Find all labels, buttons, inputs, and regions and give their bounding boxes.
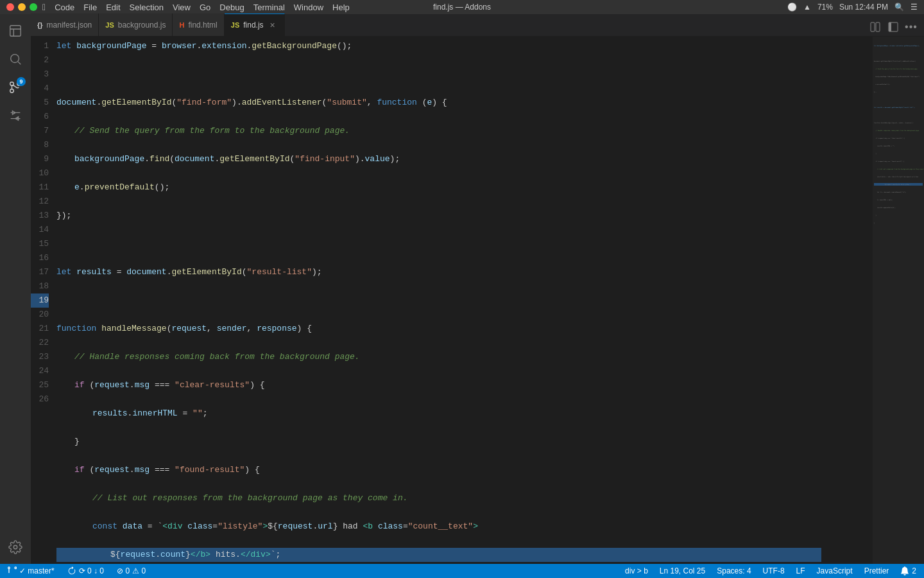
svg-point-1 — [11, 55, 19, 63]
svg-rect-7 — [876, 22, 880, 31]
svg-rect-0 — [10, 26, 21, 37]
activity-icon-source-control[interactable]: 9 — [4, 76, 27, 99]
tab-icon-findjs: JS — [231, 21, 239, 29]
menu-edit[interactable]: Edit — [106, 3, 120, 12]
error-count[interactable]: ⊘ 0 ⚠ 0 — [114, 566, 148, 575]
menu-selection[interactable]: Selection — [130, 3, 164, 12]
code-line-11: function handleMessage(request, sender, … — [56, 322, 821, 336]
activity-icon-explorer[interactable] — [4, 19, 27, 42]
code-line-1: let backgroundPage = browser.extension.g… — [56, 39, 821, 53]
code-line-2 — [56, 67, 821, 82]
menu-help[interactable]: Help — [332, 3, 350, 12]
code-line-18: const data = `<div class="listyle">${req… — [56, 520, 821, 534]
code-line-3: document.getElementById("find-form").add… — [56, 96, 821, 110]
activity-icon-extensions[interactable] — [4, 104, 27, 127]
menu-debug[interactable]: Debug — [219, 3, 244, 12]
window-title: find.js — Addons — [433, 3, 491, 12]
code-line-14: results.innerHTML = ""; — [56, 407, 821, 421]
git-branch[interactable]: ✓ master* — [5, 566, 57, 575]
tab-icon-manifest: {} — [37, 21, 43, 29]
svg-rect-6 — [871, 22, 875, 31]
activity-icon-settings[interactable] — [4, 536, 27, 559]
notification-bell[interactable]: 2 — [898, 566, 919, 575]
tab-findhtml[interactable]: H find.html — [173, 13, 224, 36]
cursor-context-label: div > b — [625, 566, 648, 575]
encoding[interactable]: UTF-8 — [760, 566, 787, 575]
cursor-position-label: Ln 19, Col 25 — [660, 566, 705, 575]
svg-point-3 — [10, 89, 14, 93]
cursor-context[interactable]: div > b — [622, 566, 651, 575]
wifi-icon: ▲ — [803, 3, 811, 12]
language-label: JavaScript — [817, 566, 853, 575]
split-editor-button[interactable] — [868, 19, 883, 35]
status-bar: ✓ master* ⟳ 0 ↓ 0 ⊘ 0 ⚠ 0 div > b Ln 19,… — [0, 564, 924, 578]
tab-bar-actions: ••• — [868, 19, 924, 36]
menu-code[interactable]: Code — [55, 3, 74, 12]
sync-label: ⟳ 0 ↓ 0 — [79, 566, 104, 575]
code-line-7: }); — [56, 209, 821, 223]
warning-icon: ⚠ 0 — [132, 566, 146, 575]
title-bar:  Code File Edit Selection View Go Debug… — [0, 0, 924, 14]
code-line-12: // Handle responses coming back from the… — [56, 350, 821, 364]
code-content[interactable]: let backgroundPage = browser.extension.g… — [56, 37, 873, 564]
editor-area: 1 2 3 4 5 6 7 8 9 10 11 12 13 14 15 16 1… — [0, 37, 924, 564]
title-bar-left:  Code File Edit Selection View Go Debug… — [6, 2, 350, 12]
battery-label: 71% — [817, 3, 833, 12]
status-bar-left: ✓ master* ⟳ 0 ↓ 0 ⊘ 0 ⚠ 0 — [5, 566, 148, 575]
notifications-icon[interactable]: ☰ — [911, 3, 918, 12]
line-numbers: 1 2 3 4 5 6 7 8 9 10 11 12 13 14 15 16 1… — [31, 37, 56, 564]
code-line-5: backgroundPage.find(document.getElementB… — [56, 152, 821, 166]
menu-bar:  Code File Edit Selection View Go Debug… — [42, 2, 350, 12]
tab-background[interactable]: JS background.js — [99, 13, 173, 36]
code-line-8 — [56, 237, 821, 251]
tab-findjs[interactable]: JS find.js × — [225, 13, 285, 36]
encoding-label: UTF-8 — [763, 566, 785, 575]
eol[interactable]: LF — [794, 566, 808, 575]
code-line-13: if (request.msg === "clear-results") { — [56, 378, 821, 392]
maximize-button[interactable] — [30, 3, 37, 11]
activity-icon-search[interactable] — [4, 48, 27, 71]
notification-count: 2 — [912, 566, 916, 575]
indentation[interactable]: Spaces: 4 — [714, 566, 753, 575]
code-line-16: if (request.msg === "found-result") { — [56, 463, 821, 477]
minimap[interactable]: let backgroundPage = browser.extension.g… — [873, 37, 924, 564]
branch-name: ✓ master* — [19, 566, 55, 575]
tab-bar: {} manifest.json JS background.js H find… — [0, 14, 924, 37]
minimize-button[interactable] — [18, 3, 26, 11]
code-line-15: } — [56, 435, 821, 449]
code-line-4: // Send the query from the form to the b… — [56, 124, 821, 138]
tab-manifest[interactable]: {} manifest.json — [31, 13, 99, 36]
code-editor[interactable]: 1 2 3 4 5 6 7 8 9 10 11 12 13 14 15 16 1… — [0, 37, 873, 564]
formatter-label: Prettier — [864, 566, 889, 575]
tab-label-findjs: find.js — [243, 21, 263, 30]
app-container: 9 {} manifest.json JS background.js H fi… — [0, 14, 924, 578]
code-line-9: let results = document.getElementById("r… — [56, 265, 821, 279]
clock: Sun 12:44 PM — [839, 3, 888, 12]
toggle-sidebar-button[interactable] — [886, 19, 901, 35]
sync-status[interactable]: ⟳ 0 ↓ 0 — [65, 566, 107, 575]
code-line-19: ${request.count}</b> hits.</div>`; — [56, 548, 821, 562]
traffic-lights — [6, 3, 37, 11]
tab-icon-findhtml: H — [179, 21, 184, 29]
code-line-17: // List out responses from the backgroun… — [56, 491, 821, 505]
activity-bar-bottom — [4, 536, 27, 559]
tab-label-manifest: manifest.json — [47, 21, 92, 30]
status-bar-right: div > b Ln 19, Col 25 Spaces: 4 UTF-8 LF… — [622, 566, 919, 575]
more-actions-button[interactable]: ••• — [903, 19, 919, 35]
menu-go[interactable]: Go — [200, 3, 210, 12]
siri-icon: ⚪ — [787, 3, 797, 12]
formatter[interactable]: Prettier — [862, 566, 892, 575]
cursor-position[interactable]: Ln 19, Col 25 — [657, 566, 708, 575]
search-icon[interactable]: 🔍 — [894, 3, 904, 12]
apple-menu[interactable]:  — [42, 2, 46, 12]
menu-window[interactable]: Window — [294, 3, 323, 12]
activity-bar: 9 — [0, 14, 31, 564]
language-mode[interactable]: JavaScript — [814, 566, 855, 575]
close-button[interactable] — [6, 3, 14, 11]
code-line-10 — [56, 293, 821, 308]
menu-file[interactable]: File — [83, 3, 97, 12]
tab-close-findjs[interactable]: × — [268, 20, 278, 30]
svg-point-5 — [13, 545, 17, 549]
menu-terminal[interactable]: Terminal — [253, 3, 285, 12]
menu-view[interactable]: View — [173, 3, 191, 12]
